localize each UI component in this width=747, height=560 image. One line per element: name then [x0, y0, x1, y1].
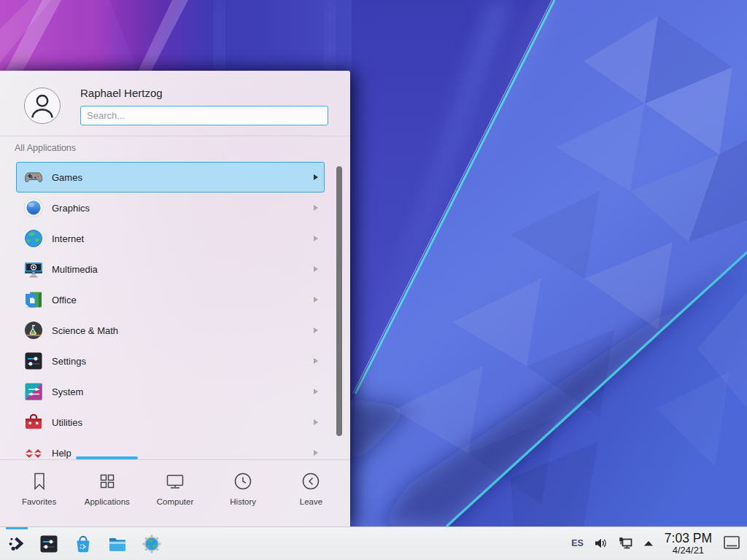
- submenu-arrow-icon: [313, 327, 319, 334]
- active-task-indicator: [6, 527, 28, 529]
- category-label: System: [52, 386, 313, 397]
- volume-icon[interactable]: [593, 536, 608, 551]
- web-browser-icon[interactable]: [142, 534, 162, 554]
- user-icon: [26, 89, 59, 122]
- system-tray: ES 7:03 PM 4/24/21: [571, 532, 741, 556]
- settings-icon: [23, 351, 44, 371]
- submenu-arrow-icon: [313, 296, 319, 303]
- user-avatar[interactable]: [24, 88, 61, 124]
- tab-applications[interactable]: Applications: [73, 460, 141, 526]
- pinned-apps: [39, 534, 162, 554]
- tab-label: History: [230, 497, 256, 506]
- scrollbar-handle[interactable]: [336, 166, 342, 436]
- app-launcher-icon: [7, 534, 26, 553]
- launcher-header: Raphael Hertzog: [0, 71, 350, 136]
- clock-time: 7:03 PM: [665, 532, 712, 545]
- internet-icon: [23, 228, 44, 249]
- category-settings[interactable]: Settings: [16, 346, 325, 376]
- computer-icon: [164, 470, 186, 492]
- category-label: Science & Math: [52, 325, 313, 336]
- application-launcher-popup: Raphael Hertzog All Applications Games: [0, 71, 350, 526]
- tab-leave[interactable]: Leave: [277, 460, 345, 526]
- graphics-icon: [23, 198, 44, 218]
- games-icon: [23, 167, 44, 187]
- category-science-math[interactable]: Science & Math: [16, 315, 325, 346]
- help-icon: [23, 443, 44, 459]
- category-system[interactable]: System: [16, 376, 325, 407]
- submenu-arrow-icon: [313, 419, 319, 426]
- category-help[interactable]: Help: [16, 438, 325, 459]
- tab-label: Favorites: [22, 497, 56, 506]
- office-icon: [23, 289, 44, 310]
- system-icon: [23, 381, 44, 402]
- category-office[interactable]: Office: [16, 284, 325, 315]
- discover-icon[interactable]: [73, 534, 93, 554]
- tab-label: Applications: [85, 497, 130, 506]
- submenu-arrow-icon: [313, 204, 319, 211]
- submenu-arrow-icon: [313, 449, 319, 456]
- category-label: Graphics: [52, 203, 313, 214]
- app-launcher-button[interactable]: [2, 527, 30, 560]
- user-name: Raphael Hertzog: [80, 85, 328, 99]
- multimedia-icon: [23, 259, 44, 279]
- category-multimedia[interactable]: Multimedia: [16, 254, 325, 284]
- category-label: Settings: [52, 356, 313, 367]
- submenu-arrow-icon: [313, 388, 319, 395]
- category-games[interactable]: Games: [16, 162, 325, 192]
- tab-history[interactable]: History: [209, 460, 277, 526]
- expand-tray-arrow-icon[interactable]: [643, 538, 654, 548]
- category-label: Games: [52, 172, 313, 183]
- submenu-arrow-icon: [313, 357, 319, 365]
- category-list: Games Graphics: [16, 162, 325, 459]
- category-internet[interactable]: Internet: [16, 223, 325, 254]
- tab-label: Computer: [157, 497, 194, 506]
- category-label: Office: [52, 295, 313, 306]
- section-label: All Applications: [15, 143, 350, 159]
- category-label: Utilities: [52, 417, 313, 428]
- leave-icon: [300, 470, 322, 492]
- tab-label: Leave: [300, 497, 322, 506]
- keyboard-layout-indicator[interactable]: ES: [571, 538, 584, 548]
- submenu-arrow-icon: [313, 265, 319, 273]
- file-manager-icon[interactable]: [107, 534, 128, 554]
- utilities-icon: [23, 412, 44, 432]
- category-utilities[interactable]: Utilities: [16, 407, 325, 438]
- clock-date: 4/24/21: [665, 545, 712, 556]
- category-label: Multimedia: [52, 264, 313, 275]
- favorites-icon: [28, 470, 50, 492]
- category-label: Internet: [52, 233, 313, 244]
- taskbar-panel: ES 7:03 PM 4/24/21: [0, 526, 747, 560]
- category-graphics[interactable]: Graphics: [16, 192, 325, 223]
- system-settings-icon[interactable]: [39, 534, 59, 554]
- search-input[interactable]: [80, 106, 328, 125]
- digital-clock[interactable]: 7:03 PM 4/24/21: [665, 532, 712, 556]
- history-icon: [232, 470, 254, 492]
- submenu-arrow-icon: [313, 235, 319, 242]
- launcher-tab-bar: Favorites Applications Computer History: [0, 459, 350, 526]
- science-icon: [23, 320, 44, 341]
- network-icon[interactable]: [617, 535, 633, 551]
- tab-favorites[interactable]: Favorites: [5, 460, 73, 526]
- tab-computer[interactable]: Computer: [141, 460, 209, 526]
- show-desktop-button[interactable]: [722, 534, 741, 553]
- submenu-arrow-icon: [313, 174, 319, 181]
- applications-icon: [96, 470, 118, 492]
